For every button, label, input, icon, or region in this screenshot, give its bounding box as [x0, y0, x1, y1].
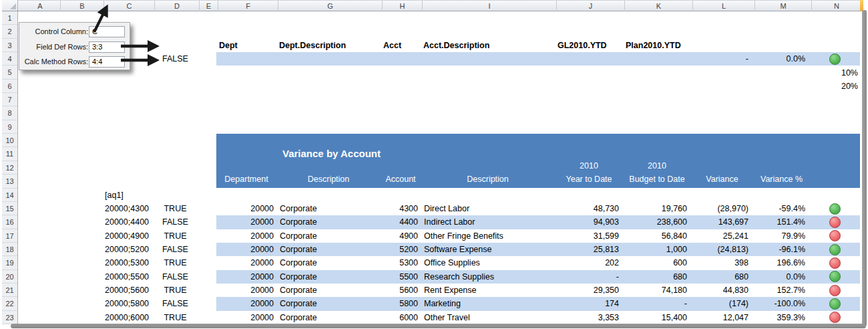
cell-variance-pct[interactable]: 79.9%	[753, 229, 805, 243]
cell-department[interactable]: 20000	[216, 256, 274, 269]
cell-variance-pct[interactable]: -59.4%	[753, 202, 805, 215]
cell-field-acct[interactable]: Acct	[383, 39, 421, 52]
cell-account[interactable]: 5200	[381, 243, 418, 256]
cell-threshold-20[interactable]: 20%	[810, 80, 858, 93]
cell-status[interactable]	[810, 215, 860, 229]
cell-variance[interactable]: (28,970)	[691, 202, 748, 215]
cell-department-desc[interactable]: Corporate	[280, 202, 380, 215]
cell-status[interactable]	[810, 284, 860, 297]
cell-status[interactable]	[810, 229, 860, 243]
cell-budget-to-date[interactable]: -	[623, 297, 687, 310]
cell-variance-pct[interactable]: -96.1%	[753, 243, 805, 256]
cell-account-desc[interactable]: Office Supplies	[424, 256, 554, 269]
cell-department[interactable]: 20000	[216, 215, 274, 229]
cell-variance[interactable]: (24,813)	[691, 243, 748, 256]
cell-control-key[interactable]: 20000;4900	[105, 229, 152, 243]
cell-calc-flag[interactable]: FALSE	[153, 215, 198, 229]
cell-control-key[interactable]: 20000;4300	[105, 202, 152, 215]
cell-calc-variance-pct[interactable]: 0.0%	[753, 52, 805, 66]
cell-account-desc[interactable]: Software Expense	[424, 243, 554, 256]
cell-aq-marker[interactable]: [aq1]	[105, 189, 152, 202]
cell-calc-flag[interactable]: FALSE	[153, 297, 198, 310]
cell-department[interactable]: 20000	[216, 243, 274, 256]
cell-budget-to-date[interactable]: 19,760	[623, 202, 687, 215]
cell-control-key[interactable]: 20000;5800	[105, 297, 152, 310]
cell-year-to-date[interactable]: 174	[555, 297, 619, 310]
cell-department-desc[interactable]: Corporate	[280, 215, 380, 229]
cell-status[interactable]	[810, 202, 860, 215]
cell-field-dept[interactable]: Dept	[219, 39, 276, 52]
cell-control-key[interactable]: 20000;5600	[105, 284, 152, 297]
cell-department[interactable]: 20000	[216, 284, 274, 297]
cell-control-key[interactable]: 20000;4400	[105, 215, 152, 229]
cell-control-key[interactable]: 20000;5300	[105, 256, 152, 269]
cell-status[interactable]	[810, 311, 860, 324]
cell-account-desc[interactable]: Direct Labor	[424, 202, 554, 215]
cell-variance-pct[interactable]: 359.3%	[753, 311, 805, 324]
cell-calc-flag[interactable]: TRUE	[153, 284, 198, 297]
cell-variance[interactable]: (174)	[691, 297, 748, 310]
cell-field-gl[interactable]: GL2010.YTD	[558, 39, 623, 52]
cell-budget-to-date[interactable]: 238,600	[623, 215, 687, 229]
cell-variance-pct[interactable]: 151.4%	[753, 215, 805, 229]
cell-account[interactable]: 6000	[381, 311, 418, 324]
cell-variance[interactable]: 12,047	[691, 311, 748, 324]
cell-variance[interactable]: 143,697	[691, 215, 748, 229]
cell-year-to-date[interactable]: 31,599	[555, 229, 619, 243]
cell-department-desc[interactable]: Corporate	[280, 270, 380, 284]
cell-variance[interactable]: 25,241	[691, 229, 748, 243]
cell-variance-pct[interactable]: 196.6%	[753, 256, 805, 269]
cell-department-desc[interactable]: Corporate	[280, 243, 380, 256]
cell-department[interactable]: 20000	[216, 202, 274, 215]
cell-budget-to-date[interactable]: 1,000	[623, 243, 687, 256]
cell-variance[interactable]: 44,830	[691, 284, 748, 297]
cell-control-key[interactable]: 20000;6000	[105, 311, 152, 324]
cell-control-key[interactable]: 20000;5500	[105, 270, 152, 284]
cell-calc-variance[interactable]: -	[691, 52, 748, 66]
cell-calc-flag[interactable]: TRUE	[153, 256, 198, 269]
cell-status[interactable]	[810, 297, 860, 310]
cell-department[interactable]: 20000	[216, 297, 274, 310]
cell-account-desc[interactable]: Other Fringe Benefits	[424, 229, 554, 243]
cell-calc-flag[interactable]: TRUE	[153, 311, 198, 324]
cell-department-desc[interactable]: Corporate	[280, 229, 380, 243]
cell-department[interactable]: 20000	[216, 311, 274, 324]
cell-account[interactable]: 5500	[381, 270, 418, 284]
cell-year-to-date[interactable]: 94,903	[555, 215, 619, 229]
cell-field-plan[interactable]: Plan2010.YTD	[626, 39, 691, 52]
cell-status[interactable]	[810, 270, 860, 284]
cell-calc-status[interactable]	[810, 52, 860, 66]
cell-field-acct-desc[interactable]: Acct.Description	[423, 39, 554, 52]
cell-year-to-date[interactable]: 29,350	[555, 284, 619, 297]
cell-account-desc[interactable]: Indirect Labor	[424, 215, 554, 229]
cell-status[interactable]	[810, 256, 860, 269]
cell-year-to-date[interactable]: 3,353	[555, 311, 619, 324]
cell-department-desc[interactable]: Corporate	[280, 284, 380, 297]
cell-variance-pct[interactable]: 152.7%	[753, 284, 805, 297]
cell-account[interactable]: 5800	[381, 297, 418, 310]
cell-calc-flag[interactable]: TRUE	[153, 229, 198, 243]
cell-calc-flag[interactable]: FALSE	[153, 270, 198, 284]
cell-account[interactable]: 5300	[381, 256, 418, 269]
cell-year-to-date[interactable]: 202	[555, 256, 619, 269]
cell-account-desc[interactable]: Rent Expense	[424, 284, 554, 297]
cell-budget-to-date[interactable]: 600	[623, 256, 687, 269]
cell-department-desc[interactable]: Corporate	[280, 311, 380, 324]
cell-account[interactable]: 4400	[381, 215, 418, 229]
cell-budget-to-date[interactable]: 56,840	[623, 229, 687, 243]
cell-budget-to-date[interactable]: 680	[623, 270, 687, 284]
cell-calc-flag[interactable]: TRUE	[153, 202, 198, 215]
cell-budget-to-date[interactable]: 74,180	[623, 284, 687, 297]
cell-calc-flag[interactable]: FALSE	[153, 52, 198, 66]
cell-variance-pct[interactable]: -100.0%	[753, 297, 805, 310]
cell-variance-pct[interactable]: 0.0%	[753, 270, 805, 284]
cell-account-desc[interactable]: Marketing	[424, 297, 554, 310]
cell-department-desc[interactable]: Corporate	[280, 297, 380, 310]
cell-department-desc[interactable]: Corporate	[280, 256, 380, 269]
cell-account[interactable]: 4900	[381, 229, 418, 243]
cell-status[interactable]	[810, 243, 860, 256]
cell-calc-flag[interactable]: FALSE	[153, 243, 198, 256]
cell-year-to-date[interactable]: -	[555, 270, 619, 284]
cell-year-to-date[interactable]: 25,813	[555, 243, 619, 256]
cell-year-to-date[interactable]: 48,730	[555, 202, 619, 215]
